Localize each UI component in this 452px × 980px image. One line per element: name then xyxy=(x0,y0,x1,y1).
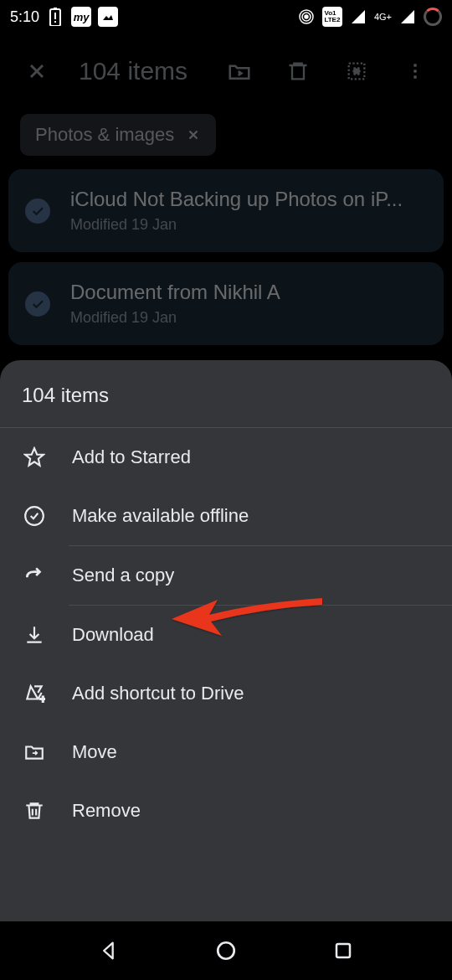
more-options-button[interactable] xyxy=(398,54,432,88)
menu-remove[interactable]: Remove xyxy=(0,781,452,840)
checkmark-icon xyxy=(25,199,50,224)
signal-icon-2 xyxy=(398,8,417,26)
menu-label: Make available offline xyxy=(72,505,249,527)
status-time: 5:10 xyxy=(10,8,39,26)
drive-shortcut-icon: + xyxy=(23,683,45,704)
file-subtitle: Modified 19 Jan xyxy=(70,309,280,327)
loading-spinner-icon xyxy=(424,8,442,26)
svg-rect-1 xyxy=(54,8,57,9)
network-label: 4G+ xyxy=(374,12,392,22)
svg-point-10 xyxy=(413,64,417,67)
menu-label: Add to Starred xyxy=(72,446,191,468)
lte-icon: Vo1LTE2 xyxy=(322,7,342,27)
file-title: Document from Nikhil A xyxy=(70,281,280,304)
send-icon xyxy=(23,565,45,586)
move-icon xyxy=(23,741,45,763)
menu-move[interactable]: Move xyxy=(0,723,452,781)
svg-rect-16 xyxy=(336,944,350,957)
menu-send-a-copy[interactable]: Send a copy xyxy=(0,546,452,605)
file-title: iCloud Not Backing up Photos on iP... xyxy=(70,188,403,211)
svg-point-13 xyxy=(25,507,44,525)
menu-make-available-offline[interactable]: Make available offline xyxy=(0,487,452,545)
file-item[interactable]: Document from Nikhil A Modified 19 Jan xyxy=(8,262,444,345)
signal-icon-1 xyxy=(349,8,367,26)
checkmark-icon xyxy=(25,291,50,317)
svg-point-15 xyxy=(218,942,234,959)
menu-add-shortcut[interactable]: + Add shortcut to Drive xyxy=(0,664,452,723)
svg-rect-3 xyxy=(54,21,56,23)
bottom-sheet: 104 items Add to Starred Make available … xyxy=(0,360,452,921)
selection-toolbar: 104 items xyxy=(0,34,452,109)
star-icon xyxy=(23,446,45,468)
app-icon-my: my xyxy=(71,7,91,27)
svg-point-11 xyxy=(413,70,417,73)
hotspot-icon xyxy=(297,8,316,26)
delete-button[interactable] xyxy=(281,54,315,88)
nav-home-button[interactable] xyxy=(211,936,241,966)
sheet-title: 104 items xyxy=(0,360,452,428)
menu-download[interactable]: Download xyxy=(0,606,452,664)
nav-recents-button[interactable] xyxy=(328,936,358,966)
app-icon-gallery xyxy=(98,7,118,27)
dimmed-background: 104 items Photos & images iCloud Not Bac… xyxy=(0,34,452,360)
menu-label: Send a copy xyxy=(72,565,174,586)
menu-label: Download xyxy=(72,624,154,646)
status-bar: 5:10 my Vo1LTE2 4G+ xyxy=(0,0,452,34)
select-all-button[interactable] xyxy=(340,54,373,88)
offline-icon xyxy=(23,505,45,527)
svg-rect-9 xyxy=(354,69,360,75)
svg-rect-4 xyxy=(101,10,115,23)
menu-label: Add shortcut to Drive xyxy=(72,683,244,704)
menu-add-to-starred[interactable]: Add to Starred xyxy=(0,428,452,487)
file-subtitle: Modified 19 Jan xyxy=(70,216,403,234)
system-nav-bar xyxy=(0,921,452,980)
nav-back-button[interactable] xyxy=(94,936,124,966)
svg-point-5 xyxy=(305,15,308,18)
move-to-button[interactable] xyxy=(223,54,256,88)
download-icon xyxy=(23,624,45,646)
svg-point-12 xyxy=(413,75,417,79)
close-selection-button[interactable] xyxy=(20,54,54,88)
trash-icon xyxy=(23,800,45,822)
battery-alert-icon xyxy=(46,8,64,26)
svg-rect-2 xyxy=(54,13,56,19)
menu-label: Remove xyxy=(72,800,141,822)
filter-chip[interactable]: Photos & images xyxy=(20,114,216,156)
chip-close-icon[interactable] xyxy=(186,127,201,142)
menu-label: Move xyxy=(72,741,117,763)
svg-text:+: + xyxy=(40,693,46,704)
svg-rect-8 xyxy=(349,64,365,80)
selection-count: 104 items xyxy=(79,57,198,85)
file-item[interactable]: iCloud Not Backing up Photos on iP... Mo… xyxy=(8,169,444,252)
chip-label: Photos & images xyxy=(35,124,174,146)
